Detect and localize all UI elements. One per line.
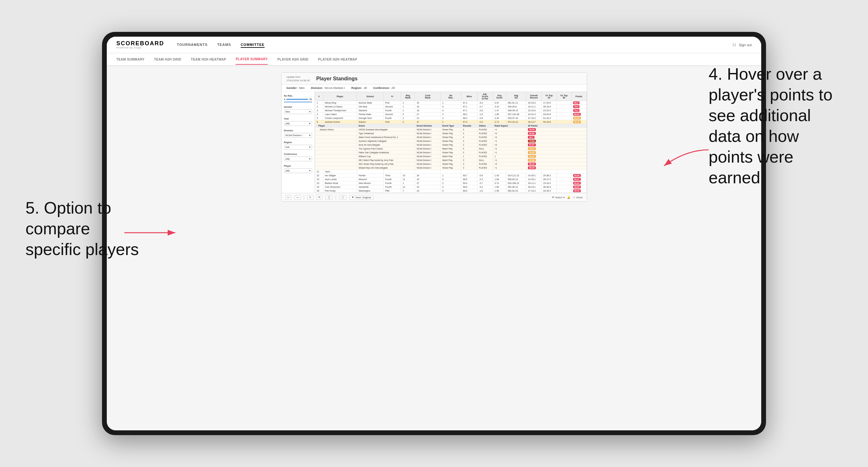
filter-division: Division: NCAA Division I bbox=[311, 86, 345, 90]
logo-title: SCOREBOARD bbox=[116, 40, 164, 46]
share-button[interactable]: ↗ Share bbox=[573, 196, 583, 199]
watch-chevron: ▾ bbox=[563, 196, 564, 199]
sf-range: 4 52 bbox=[284, 98, 312, 100]
col-top50: Vs Top50 bbox=[557, 92, 571, 101]
copy-button[interactable]: ⧉ bbox=[316, 195, 322, 200]
table-row: 3 Michael Thorbjornsen Stanford Fourth 1… bbox=[315, 109, 587, 113]
sign-out-link[interactable]: Sign out bbox=[739, 43, 752, 47]
col-num: # bbox=[315, 92, 323, 101]
view-label: View: Original bbox=[355, 196, 371, 199]
tab-player-summary[interactable]: PLAYER SUMMARY bbox=[236, 54, 268, 65]
nav-committee[interactable]: COMMITTEE bbox=[241, 42, 265, 48]
expanded-row: Fallon Oak Collegiate Invitational NCAA … bbox=[315, 151, 587, 155]
col-no-rds: NoRds. bbox=[440, 92, 461, 101]
tab-team-h2h-grid[interactable]: TEAM H2H GRID bbox=[154, 55, 181, 64]
clock-button[interactable]: 🕐 bbox=[339, 195, 346, 200]
table-row: 23 Jack Lundin Missouri Fourth 11 24 0 6… bbox=[315, 178, 587, 181]
sub-nav: TEAM SUMMARY TEAM H2H GRID TEAM H2H HEAT… bbox=[107, 53, 761, 66]
col-wins: Wins bbox=[461, 92, 477, 101]
table-row: 6 Jackson Koirun Auburn First 2 27 1 67.… bbox=[315, 120, 587, 124]
watch-button[interactable]: 👁 Watch ▾ bbox=[552, 196, 564, 199]
share-icon: ↗ bbox=[573, 196, 575, 199]
tab-player-h2h-grid[interactable]: PLAYER H2H GRID bbox=[277, 55, 309, 64]
annotation-4: 4. Hover over a player's points to see a… bbox=[709, 64, 842, 188]
refresh-button[interactable]: ↻ bbox=[307, 195, 313, 200]
col-top25: Vs Top25 bbox=[541, 92, 557, 101]
arrow-4-svg bbox=[654, 147, 712, 172]
nav-links: TOURNAMENTS TEAMS COMMITTEE bbox=[177, 42, 733, 48]
filter-region: Region: All bbox=[351, 86, 367, 90]
subscribe-icon: 🔔 bbox=[567, 196, 570, 199]
player-standings-table: # Player School Yr RegRank ConfRank NoRd… bbox=[315, 92, 587, 193]
sf-division: Division NCAA Division I ▾ bbox=[284, 129, 312, 138]
panel-filters: Gender: Men Division: NCAA Division I Re… bbox=[281, 85, 587, 92]
expanded-row: Wake Forest Invitational at Pinehurst No… bbox=[315, 135, 587, 139]
panel-header: Update time: 27/01/2024 16:56:26 Player … bbox=[281, 73, 587, 85]
logo-area: SCOREBOARD Powered by clippi bbox=[116, 40, 164, 49]
expanded-row: SEC Stroke Play hosted by Jerry Pate NCA… bbox=[315, 162, 587, 166]
view-original-button[interactable]: 👁 View: Original bbox=[349, 195, 373, 200]
col-school: School bbox=[357, 92, 383, 101]
sf-no-rds: No Rds. 4 52 bbox=[284, 94, 312, 102]
table-row: 25 Cole Sherwood Vanderbilt Fourth 12 24… bbox=[315, 185, 587, 189]
table-row: 26 Petr Hruby Washington Fifth 7 23 0 68… bbox=[315, 189, 587, 193]
col-conf-rank: ConfRank bbox=[415, 92, 440, 101]
nav-tournaments[interactable]: TOURNAMENTS bbox=[177, 42, 208, 48]
sf-division-input[interactable]: NCAA Division I ▾ bbox=[284, 133, 312, 138]
sign-out-area: ⟩ | Sign out bbox=[733, 43, 752, 47]
subscribe-button[interactable]: 🔔 bbox=[567, 196, 570, 199]
tableau-panel: Update time: 27/01/2024 16:56:26 Player … bbox=[281, 72, 587, 202]
toolbar-right: 👁 Watch ▾ 🔔 ↗ Share bbox=[552, 196, 583, 199]
col-points: Points bbox=[571, 92, 587, 101]
tab-player-h2h-heatmap[interactable]: PLAYER H2H HEATMAP bbox=[318, 55, 357, 64]
table-row: 22 Ian Gilligan Florida Third 10 24 1 68… bbox=[315, 174, 587, 178]
expanded-header-row: Player Event Event Division Event Type R… bbox=[315, 124, 587, 128]
update-time: Update time: 27/01/2024 16:56:26 bbox=[286, 75, 310, 82]
col-avg-score: AvgScore bbox=[493, 92, 506, 101]
sf-conference: Conference (All) ▾ bbox=[284, 153, 312, 161]
nav-teams[interactable]: TEAMS bbox=[217, 42, 231, 48]
expanded-row: SEC Match Play hosted by Jerry Pate NCAA… bbox=[315, 158, 587, 162]
tab-team-summary[interactable]: TEAM SUMMARY bbox=[116, 55, 145, 64]
expanded-row: Tiger Invitational NCAA Division I Strok… bbox=[315, 132, 587, 135]
logo-sub: Powered by clippi bbox=[116, 46, 164, 49]
filter-conference: Conference: All bbox=[373, 86, 395, 90]
panel-title: Player Standings bbox=[316, 76, 358, 82]
sf-year-input[interactable]: (All) ▾ bbox=[284, 121, 312, 126]
data-area: # Player School Yr RegRank ConfRank NoRd… bbox=[315, 92, 587, 193]
table-row: 21 Yash... bbox=[315, 170, 587, 174]
undo-button[interactable]: ↩ bbox=[285, 195, 291, 200]
outer-wrapper: SCOREBOARD Powered by clippi TOURNAMENTS… bbox=[0, 0, 868, 467]
col-player: Player bbox=[323, 92, 357, 101]
table-row: 2 Michael La Sasso Ole Miss Second 1 18 … bbox=[315, 105, 587, 109]
expanded-row: Amer An Intercollegiate NCAA Division I … bbox=[315, 143, 587, 147]
filter-gender: Gender: Men bbox=[286, 86, 305, 90]
col-adj-score: Adj.Scoreto Par bbox=[477, 92, 493, 101]
expanded-row: Jackson Koirun UNCW Seahawk Intercollegi… bbox=[315, 128, 587, 132]
paste-button[interactable]: 📋 bbox=[326, 195, 333, 200]
tablet-screen: SCOREBOARD Powered by clippi TOURNAMENTS… bbox=[107, 37, 761, 430]
table-row: 5 Christo Lamprecht Georgia Tech Fourth … bbox=[315, 116, 587, 120]
sf-gender-input[interactable]: Men ▾ bbox=[284, 110, 312, 114]
redo-button[interactable]: ↪ bbox=[294, 195, 301, 200]
expanded-row: Mirabel Maui Jim Intercollegiate NCAA Di… bbox=[315, 166, 587, 170]
expanded-row: Williams Cup NCAA Division I Match Play … bbox=[315, 155, 587, 158]
col-overall: OverallRecord bbox=[526, 92, 541, 101]
tab-team-h2h-heatmap[interactable]: TEAM H2H HEATMAP bbox=[191, 55, 226, 64]
expanded-row: The Cypress Point Classic NCAA Division … bbox=[315, 147, 587, 151]
top-nav: SCOREBOARD Powered by clippi TOURNAMENTS… bbox=[107, 37, 761, 53]
table-row: 1 Wenyi Ding Arizona State First 1 15 1 … bbox=[315, 101, 587, 105]
sf-player-input[interactable]: (All) ▾ bbox=[284, 168, 312, 173]
sf-region: Region N/A ▾ bbox=[284, 141, 312, 150]
main-content: Update time: 27/01/2024 16:56:26 Player … bbox=[107, 66, 761, 430]
sf-slider[interactable] bbox=[284, 102, 312, 102]
tablet-frame: SCOREBOARD Powered by clippi TOURNAMENTS… bbox=[102, 32, 766, 435]
sf-range-bar[interactable] bbox=[286, 99, 308, 100]
col-reg-rank: RegRank bbox=[401, 92, 415, 101]
col-yr: Yr bbox=[383, 92, 401, 101]
sf-conference-input[interactable]: (All) ▾ bbox=[284, 157, 312, 161]
sf-year: Year (All) ▾ bbox=[284, 117, 312, 126]
sf-region-input[interactable]: N/A ▾ bbox=[284, 145, 312, 150]
toolbar-sep-2 bbox=[336, 195, 336, 199]
table-row: 24 Bastien Amat New Mexico Fourth 1 27 2… bbox=[315, 181, 587, 185]
